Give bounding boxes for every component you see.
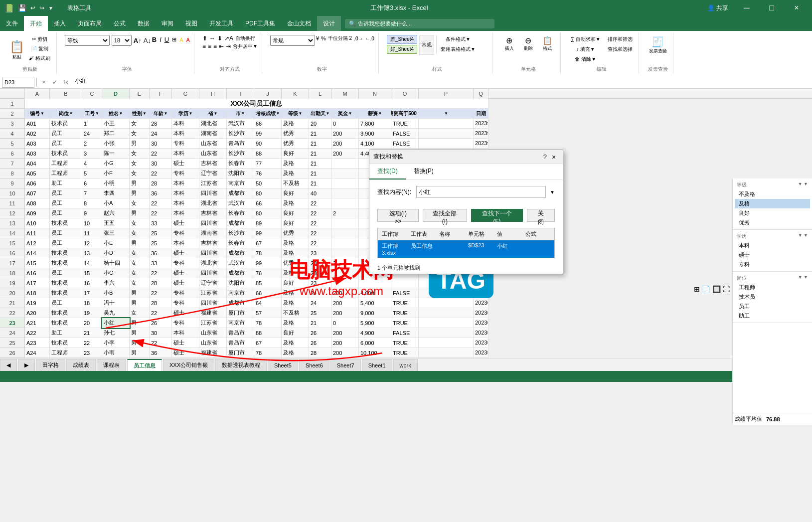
cell-r8-c9[interactable]: 76 bbox=[254, 169, 282, 178]
right-panel-item-master[interactable]: 硕士 bbox=[735, 250, 810, 260]
cell-r15-c7[interactable]: 吉林省 bbox=[199, 238, 227, 248]
cell-r22-c12[interactable]: 200 bbox=[331, 308, 359, 318]
cell-r24-c6[interactable]: 本科 bbox=[172, 328, 199, 338]
cell-r17-c2[interactable]: 14 bbox=[82, 258, 102, 268]
number-format-select[interactable]: 常规 bbox=[270, 35, 315, 46]
cell-r7-c0[interactable]: A04 bbox=[25, 159, 50, 169]
cell-r24-c0[interactable]: A22 bbox=[25, 328, 50, 338]
tab-page-layout[interactable]: 页面布局 bbox=[72, 16, 108, 31]
cell-r4-c11[interactable]: 21 bbox=[309, 129, 331, 139]
cell-r16-c4[interactable]: 女 bbox=[130, 248, 150, 258]
cell-r11-c5[interactable]: 22 bbox=[150, 198, 172, 208]
minimize-btn[interactable]: ─ bbox=[735, 0, 758, 16]
cell-r12-c2[interactable]: 9 bbox=[82, 208, 102, 218]
cell-r4-c10[interactable]: 优秀 bbox=[282, 129, 309, 139]
header-cell-4[interactable]: 性别▼ bbox=[130, 109, 150, 119]
cell-r14-c12[interactable] bbox=[331, 228, 359, 238]
cell-r5-c3[interactable]: 小张 bbox=[102, 139, 130, 149]
cut-btn[interactable]: ✂ 剪切 bbox=[27, 35, 52, 44]
header-cell-13[interactable]: 薪资▼ bbox=[359, 109, 391, 119]
share-btn[interactable]: 👤 共享 bbox=[707, 4, 728, 12]
sheet-tab-sheet5[interactable]: Sheet5 bbox=[268, 359, 298, 371]
cell-r3-c2[interactable]: 1 bbox=[82, 119, 102, 129]
cell-r8-c0[interactable]: A05 bbox=[25, 169, 50, 178]
cell-r16-c5[interactable]: 36 bbox=[150, 248, 172, 258]
cell-r5-c16[interactable]: 2023年10月15日 bbox=[474, 139, 488, 149]
decrease-indent-btn[interactable]: ⇤ bbox=[219, 43, 224, 50]
cell-r23-c8[interactable]: 南京市 bbox=[227, 318, 254, 328]
cell-r12-c4[interactable]: 男 bbox=[130, 208, 150, 218]
col-header-H[interactable]: H bbox=[199, 89, 227, 99]
cell-r15-c6[interactable]: 本科 bbox=[172, 238, 199, 248]
col-header-Q[interactable]: Q bbox=[474, 89, 488, 99]
header-cell-8[interactable]: 市▼ bbox=[227, 109, 254, 119]
cell-r12-c10[interactable]: 良好 bbox=[282, 208, 309, 218]
maximize-btn[interactable]: □ bbox=[760, 0, 783, 16]
cell-r23-c13[interactable]: 5,900 bbox=[359, 318, 391, 328]
sheet-nav-right[interactable]: ▶ bbox=[18, 359, 35, 371]
cell-r18-c5[interactable]: 22 bbox=[150, 268, 172, 278]
delete-btn[interactable]: ⊖ 删除 bbox=[519, 35, 537, 53]
sheet-tab-sheet6[interactable]: Sheet6 bbox=[299, 359, 329, 371]
cell-r16-c3[interactable]: 小D bbox=[102, 248, 130, 258]
cell-r20-c0[interactable]: A18 bbox=[25, 288, 50, 298]
cell-r13-c6[interactable]: 硕士 bbox=[172, 218, 199, 228]
cell-r4-c6[interactable]: 本科 bbox=[172, 129, 199, 139]
cell-r16-c10[interactable]: 及格 bbox=[282, 248, 309, 258]
cell-r20-c3[interactable]: 小B bbox=[102, 288, 130, 298]
cell-r4-c7[interactable]: 湖南省 bbox=[199, 129, 227, 139]
cell-r4-c5[interactable]: 24 bbox=[150, 129, 172, 139]
cell-r9-c9[interactable]: 50 bbox=[254, 178, 282, 188]
cell-r21-c1[interactable]: 员工 bbox=[50, 298, 82, 308]
tab-review[interactable]: 审阅 bbox=[156, 16, 179, 31]
cell-r19-c12[interactable] bbox=[331, 278, 359, 288]
find-all-btn[interactable]: 查找全部(I) bbox=[423, 209, 467, 222]
increase-decimal-btn[interactable]: .0→ bbox=[354, 36, 363, 41]
fill-btn[interactable]: ↓ 填充▼ bbox=[569, 45, 603, 54]
cell-r24-c4[interactable]: 男 bbox=[130, 328, 150, 338]
cell-r22-c11[interactable]: 25 bbox=[309, 308, 331, 318]
cell-r23-c14[interactable]: TRUE bbox=[391, 318, 419, 328]
cell-r14-c6[interactable]: 专科 bbox=[172, 228, 199, 238]
cell-r21-c4[interactable]: 男 bbox=[130, 298, 150, 308]
cell-r4-c12[interactable]: 200 bbox=[331, 129, 359, 139]
cell-r26-c4[interactable]: 男 bbox=[130, 348, 150, 358]
cell-r9-c2[interactable]: 6 bbox=[82, 178, 102, 188]
border-btn[interactable]: ⊞ bbox=[172, 36, 176, 43]
cell-r7-c10[interactable]: 及格 bbox=[282, 159, 309, 169]
cell-r9-c10[interactable]: 不及格 bbox=[282, 178, 309, 188]
header-cell-6[interactable]: 学历▼ bbox=[172, 109, 199, 119]
cell-r10-c6[interactable]: 本科 bbox=[172, 188, 199, 198]
cell-r5-c8[interactable]: 青岛市 bbox=[227, 139, 254, 149]
cell-r22-c6[interactable]: 硕士 bbox=[172, 308, 199, 318]
align-center-btn[interactable]: ≡ bbox=[208, 43, 211, 50]
cell-r8-c12[interactable] bbox=[331, 169, 359, 178]
increase-indent-btn[interactable]: ⇥ bbox=[226, 43, 231, 50]
tab-insert[interactable]: 插入 bbox=[48, 16, 72, 31]
formula-input[interactable]: 小红 bbox=[73, 77, 810, 88]
cell-r25-c0[interactable]: A23 bbox=[25, 338, 50, 348]
cell-r19-c14[interactable] bbox=[391, 278, 419, 288]
cell-r14-c10[interactable]: 优秀 bbox=[282, 228, 309, 238]
cell-r23-c0[interactable]: A21 bbox=[25, 318, 50, 328]
align-right-btn[interactable]: ≡ bbox=[213, 43, 217, 50]
align-bottom-btn[interactable]: ⬇ bbox=[217, 35, 222, 42]
cell-r9-c11[interactable]: 21 bbox=[309, 178, 331, 188]
header-cell-11[interactable]: 出勤天▼ bbox=[309, 109, 331, 119]
format-painter-btn[interactable]: 🖌 格式刷 bbox=[27, 54, 52, 63]
cell-r10-c9[interactable]: 80 bbox=[254, 188, 282, 198]
cell-r14-c8[interactable]: 长沙市 bbox=[227, 228, 254, 238]
cell-r14-c1[interactable]: 员工 bbox=[50, 228, 82, 238]
tab-pdf[interactable]: PDF工具集 bbox=[239, 16, 281, 31]
cell-r17-c8[interactable]: 武汉市 bbox=[227, 258, 254, 268]
cell-r10-c3[interactable]: 李四 bbox=[102, 188, 130, 198]
cell-r11-c7[interactable]: 湖北省 bbox=[199, 198, 227, 208]
cell-r8-c5[interactable]: 22 bbox=[150, 169, 172, 178]
sheet-tab-grades[interactable]: 成绩表 bbox=[66, 359, 96, 371]
cell-r12-c11[interactable]: 22 bbox=[309, 208, 331, 218]
cell-r13-c9[interactable]: 89 bbox=[254, 218, 282, 228]
cell-r16-c1[interactable]: 技术员 bbox=[50, 248, 82, 258]
cell-r20-c13[interactable]: 4,600 bbox=[359, 288, 391, 298]
cell-r9-c4[interactable]: 男 bbox=[130, 178, 150, 188]
cell-r19-c13[interactable] bbox=[359, 278, 391, 288]
